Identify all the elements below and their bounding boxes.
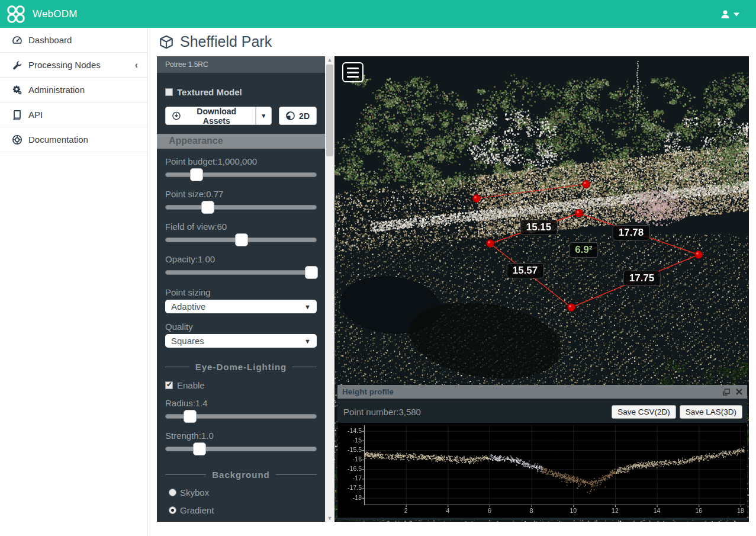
select-1[interactable]: Squares▼: [165, 334, 317, 348]
sidebar-item-processing-nodes[interactable]: Processing Nodes ‹: [0, 53, 147, 78]
download-assets-button[interactable]: Download Assets: [165, 107, 256, 125]
height-profile-header[interactable]: Height profile: [337, 385, 747, 399]
select-1-label: Quality: [165, 322, 317, 332]
edl-slider-0-label: Radius:1.4: [165, 398, 317, 408]
select-0-value: Adaptive: [171, 301, 205, 312]
page-title-text: Sheffield Park: [180, 33, 272, 50]
user-icon: [720, 9, 730, 19]
slider-3-label: Opacity:1.00: [165, 254, 317, 264]
radio-label: Skybox: [180, 487, 209, 498]
slider-0-thumb[interactable]: [190, 168, 203, 181]
save-csv-button[interactable]: Save CSV(2D): [612, 405, 676, 419]
background-legend: Background: [165, 470, 317, 480]
slider-1-track: [165, 205, 317, 210]
sidebar-item-api[interactable]: API: [0, 102, 147, 127]
select-0[interactable]: Adaptive▼: [165, 300, 317, 313]
edl-enable-label: Enable: [177, 380, 205, 390]
potree-panel: Potree 1.5RC Textured Model Download Ass…: [157, 56, 325, 522]
height-profile-panel: Height profile Point number:3,580 Save C…: [337, 385, 747, 520]
restore-window-icon[interactable]: [723, 389, 730, 396]
edge-measurement-label: 15.57: [507, 263, 544, 278]
page-title: Sheffield Park: [159, 33, 272, 50]
cube-icon: [159, 34, 174, 50]
scroll-down-arrow[interactable]: ▼: [325, 515, 334, 522]
edge-measurement-label: 17.78: [613, 225, 650, 240]
sidebar-item-dashboard[interactable]: Dashboard: [0, 28, 147, 53]
scroll-up-arrow[interactable]: ▲: [325, 56, 334, 63]
dashboard-icon: [12, 35, 22, 46]
potree-version: Potree 1.5RC: [157, 56, 325, 73]
gears-icon: [12, 85, 22, 95]
chevron-left-icon[interactable]: ‹: [135, 60, 138, 70]
select-1-value: Squares: [171, 336, 204, 346]
edge-measurement-label: 17.75: [623, 271, 661, 286]
sidebar-item-label: API: [28, 110, 43, 120]
slider-3-track: [165, 270, 317, 275]
slider-3[interactable]: [165, 266, 317, 279]
top-navbar: WebODM: [0, 0, 756, 28]
sidebar-item-documentation[interactable]: Documentation: [0, 127, 147, 152]
textured-model-label: Textured Model: [177, 87, 242, 97]
height-profile-chart[interactable]: [337, 423, 747, 518]
point-cloud-viewer[interactable]: 15.1517.786.9²15.5717.75 Height profile …: [334, 56, 749, 522]
slider-2-thumb[interactable]: [235, 233, 248, 246]
slider-1-thumb[interactable]: [201, 201, 214, 214]
edl-slider-1-track: [165, 447, 317, 451]
caret-down-icon: [734, 12, 739, 17]
user-menu[interactable]: [720, 0, 739, 28]
textured-model-row[interactable]: Textured Model: [165, 87, 317, 97]
book-icon: [12, 110, 22, 120]
slider-0-track: [165, 172, 317, 177]
height-profile-title: Height profile: [342, 387, 723, 396]
sidebar-item-label: Dashboard: [28, 35, 72, 45]
save-las-button[interactable]: Save LAS(3D): [680, 405, 742, 419]
brand[interactable]: WebODM: [0, 4, 78, 24]
slider-1[interactable]: [165, 201, 317, 214]
globe-icon: [286, 111, 295, 120]
caret-down-icon: ▾: [262, 112, 266, 120]
brand-title: WebODM: [33, 8, 78, 20]
appearance-section-header: Appearance: [157, 134, 325, 149]
wrench-icon: [12, 60, 22, 70]
radio-gradient[interactable]: [169, 506, 176, 514]
slider-2[interactable]: [165, 233, 317, 246]
textured-model-checkbox[interactable]: [165, 88, 173, 96]
view-2d-label: 2D: [299, 111, 310, 121]
download-icon: [172, 111, 181, 120]
edl-enable-row[interactable]: Enable: [165, 380, 317, 390]
edl-legend: Eye-Dome-Lighting: [165, 362, 317, 372]
download-dropdown-button[interactable]: ▾: [256, 107, 272, 125]
potree-panel-scrollbar[interactable]: ▲ ▼: [325, 56, 334, 522]
viewer-menu-button[interactable]: [342, 62, 363, 82]
edl-enable-checkbox[interactable]: [165, 381, 173, 389]
radio-label: Gradient: [180, 505, 214, 515]
area-measurement-label: 6.9²: [569, 242, 598, 258]
slider-3-thumb[interactable]: [305, 266, 318, 279]
scrollbar-thumb[interactable]: [326, 65, 333, 156]
background-option-skybox[interactable]: Skybox: [169, 487, 317, 498]
view-2d-button[interactable]: 2D: [279, 107, 317, 125]
radio-skybox[interactable]: [169, 489, 176, 496]
edge-measurement-label: 15.15: [520, 220, 558, 235]
point-number-label: Point number:3,580: [343, 407, 608, 417]
edl-slider-1-thumb[interactable]: [193, 442, 206, 455]
select-0-label: Point sizing: [165, 287, 317, 297]
background-option-gradient[interactable]: Gradient: [169, 505, 317, 515]
caret-down-icon: ▼: [304, 303, 311, 310]
life-ring-icon: [12, 134, 22, 145]
slider-1-label: Point size:0.77: [165, 189, 317, 199]
sidebar: Dashboard Processing Nodes ‹ Administrat…: [0, 28, 148, 536]
sidebar-item-label: Documentation: [28, 134, 88, 145]
slider-0-label: Point budget:1,000,000: [165, 156, 317, 166]
close-icon[interactable]: [736, 389, 742, 395]
slider-0[interactable]: [165, 168, 317, 181]
sidebar-item-label: Administration: [28, 85, 85, 95]
edl-slider-1[interactable]: [165, 442, 317, 455]
edl-slider-0[interactable]: [165, 410, 317, 423]
sidebar-item-label: Processing Nodes: [28, 60, 101, 70]
edl-slider-1-label: Strength:1.0: [165, 431, 317, 441]
sidebar-item-administration[interactable]: Administration: [0, 78, 147, 102]
slider-2-label: Field of view:60: [165, 222, 317, 232]
edl-slider-0-thumb[interactable]: [184, 410, 197, 423]
caret-down-icon: ▼: [304, 338, 311, 345]
